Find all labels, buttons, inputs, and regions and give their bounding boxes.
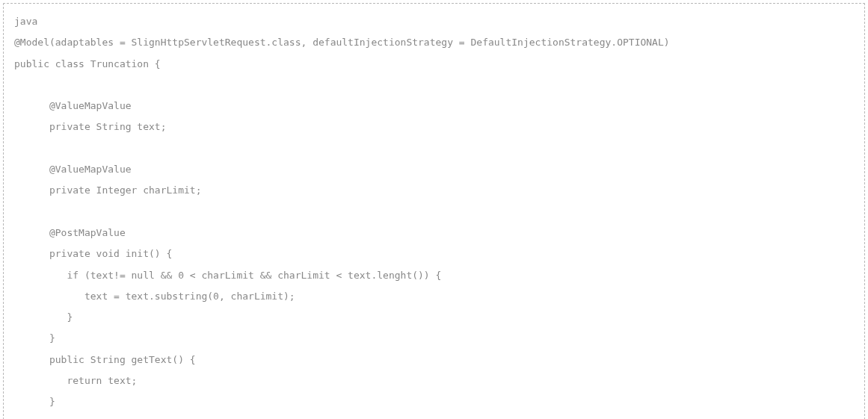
code-content: java @Model(adaptables = SlignHttpServle… <box>14 11 854 419</box>
code-block: java @Model(adaptables = SlignHttpServle… <box>3 3 865 419</box>
code-text: java @Model(adaptables = SlignHttpServle… <box>14 16 670 419</box>
